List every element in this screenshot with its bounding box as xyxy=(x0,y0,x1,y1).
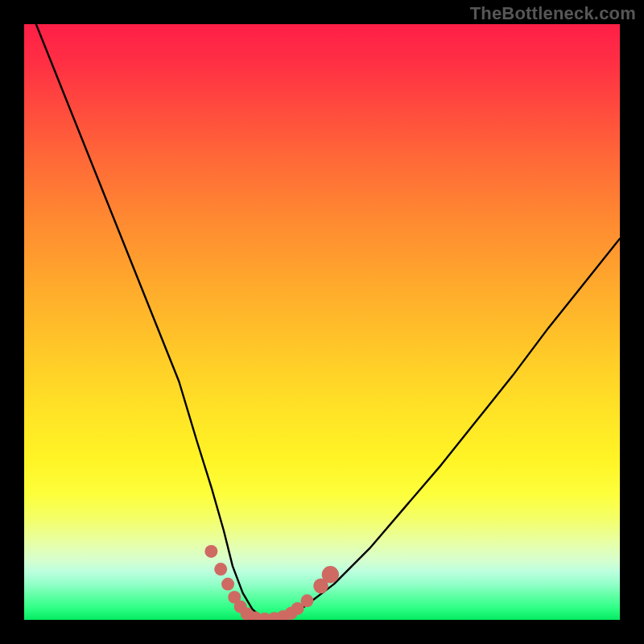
watermark-text: TheBottleneck.com xyxy=(470,3,636,24)
bottleneck-curve xyxy=(36,24,620,619)
curve-marker xyxy=(214,563,227,576)
curve-marker xyxy=(204,545,217,558)
curve-marker xyxy=(221,578,234,591)
marker-group xyxy=(204,545,339,620)
chart-svg xyxy=(24,24,620,620)
plot-area xyxy=(24,24,620,620)
curve-marker xyxy=(322,566,339,583)
chart-stage: TheBottleneck.com xyxy=(0,0,644,644)
curve-marker xyxy=(301,594,314,607)
